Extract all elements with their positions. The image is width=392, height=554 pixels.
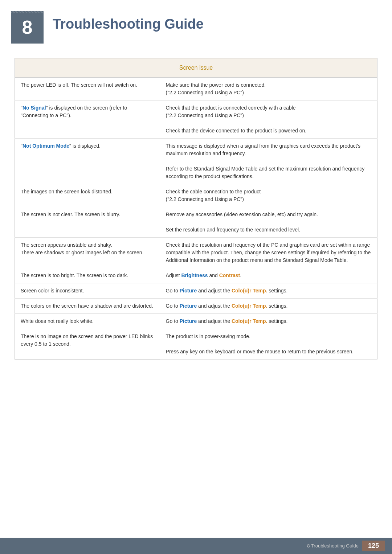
solution-text: Go to Picture and adjust the Colo(u)r Te… (166, 318, 288, 324)
solution-cell: Go to Picture and adjust the Colo(u)r Te… (160, 314, 377, 329)
table-row: "Not Optimum Mode" is displayed. This me… (15, 139, 377, 184)
solution-text: ("2.2 Connecting and Using a PC") (166, 112, 244, 118)
issue-text: Screen color is inconsistent. (21, 288, 84, 294)
issue-text: The power LED is off. The screen will no… (21, 82, 137, 88)
issue-cell: The colors on the screen have a shadow a… (15, 299, 160, 314)
solution-cell: Go to Picture and adjust the Colo(u)r Te… (160, 299, 377, 314)
screen-issue-table: Screen issue The power LED is off. The s… (15, 58, 377, 360)
main-content: Screen issue The power LED is off. The s… (0, 58, 392, 396)
table-row: The screen is not clear. The screen is b… (15, 207, 377, 238)
bold-term: Colo(u)r Temp. (232, 288, 268, 294)
table-row: The power LED is off. The screen will no… (15, 78, 377, 100)
bold-term: No Signal (23, 105, 46, 111)
issue-text: The colors on the screen have a shadow a… (21, 303, 153, 309)
issue-cell: Screen color is inconsistent. (15, 283, 160, 299)
page-title: Troubleshooting Guide (53, 11, 204, 32)
solution-cell: Remove any accessories (video extension … (160, 207, 377, 238)
solution-text: Go to Picture and adjust the Colo(u)r Te… (166, 303, 288, 309)
issue-cell: White does not really look white. (15, 314, 160, 329)
issue-cell: The power LED is off. The screen will no… (15, 78, 160, 100)
table-row: Screen color is inconsistent. Go to Pict… (15, 283, 377, 299)
solution-text: Set the resolution and frequency to the … (166, 227, 300, 233)
solution-text: ("2.2 Connecting and Using a PC") (166, 90, 244, 95)
table-row: "No Signal" is displayed on the screen (… (15, 100, 377, 139)
solution-cell: Check that the product is connected corr… (160, 100, 377, 139)
solution-text: Press any key on the keyboard or move th… (166, 349, 354, 354)
solution-text: Refer to the Standard Signal Mode Table … (166, 166, 365, 179)
issue-cell: The screen is too bright. The screen is … (15, 268, 160, 283)
table-row: There is no image on the screen and the … (15, 329, 377, 360)
table-row: The colors on the screen have a shadow a… (15, 299, 377, 314)
solution-text: Check that the resolution and frequency … (166, 242, 371, 263)
solution-text: Check that the product is connected corr… (166, 105, 296, 111)
solution-text: Make sure that the power cord is connect… (166, 82, 266, 88)
solution-text: Remove any accessories (video extension … (166, 212, 318, 217)
solution-text: Go to Picture and adjust the Colo(u)r Te… (166, 288, 288, 294)
issue-cell: The screen appears unstable and shaky. T… (15, 238, 160, 268)
issue-text: "Not Optimum Mode" is displayed. (21, 143, 101, 149)
solution-cell: Check that the resolution and frequency … (160, 238, 377, 268)
solution-cell: Adjust Brightness and Contrast. (160, 268, 377, 283)
issue-text: The screen is not clear. The screen is b… (21, 212, 120, 217)
table-row: White does not really look white. Go to … (15, 314, 377, 329)
issue-text: "No Signal" is displayed on the screen (… (21, 105, 127, 118)
bold-term: Colo(u)r Temp. (232, 318, 268, 324)
solution-cell: Make sure that the power cord is connect… (160, 78, 377, 100)
page-footer: 8 Troubleshooting Guide 125 (0, 538, 392, 554)
chapter-badge: 8 (11, 11, 44, 44)
bold-term: Picture (180, 303, 197, 309)
bold-term: Picture (180, 318, 197, 324)
page-header: 8 Troubleshooting Guide (0, 0, 392, 51)
table-row: The images on the screen look distorted.… (15, 184, 377, 207)
table-row: The screen appears unstable and shaky. T… (15, 238, 377, 268)
issue-cell: "Not Optimum Mode" is displayed. (15, 139, 160, 184)
issue-text: There are shadows or ghost images left o… (21, 250, 144, 255)
solution-text: Check that the device connected to the p… (166, 128, 307, 134)
issue-cell: The images on the screen look distorted. (15, 184, 160, 207)
solution-cell: This message is displayed when a signal … (160, 139, 377, 184)
chapter-number: 8 (22, 16, 33, 38)
solution-text: Adjust Brightness and Contrast. (166, 272, 242, 278)
table-row: The screen is too bright. The screen is … (15, 268, 377, 283)
issue-text: The screen is too bright. The screen is … (21, 272, 128, 278)
issue-text: There is no image on the screen and the … (21, 333, 153, 347)
solution-text: The product is in power-saving mode. (166, 333, 250, 339)
bold-term: Brightness (181, 272, 208, 278)
issue-text: The screen appears unstable and shaky. (21, 242, 112, 248)
issue-cell: "No Signal" is displayed on the screen (… (15, 100, 160, 139)
page-number: 125 (362, 541, 385, 551)
issue-cell: There is no image on the screen and the … (15, 329, 160, 360)
issue-text: The images on the screen look distorted. (21, 189, 113, 194)
issue-text: White does not really look white. (21, 318, 94, 324)
bold-term: Not Optimum Mode (23, 143, 69, 149)
bold-term: Colo(u)r Temp. (232, 303, 268, 309)
solution-text: ("2.2 Connecting and Using a PC") (166, 196, 244, 202)
bold-term: Picture (180, 288, 197, 294)
solution-cell: Go to Picture and adjust the Colo(u)r Te… (160, 283, 377, 299)
issue-cell: The screen is not clear. The screen is b… (15, 207, 160, 238)
solution-cell: Check the cable connection to the produc… (160, 184, 377, 207)
footer-label: 8 Troubleshooting Guide (307, 543, 359, 549)
solution-cell: The product is in power-saving mode. Pre… (160, 329, 377, 360)
bold-term: Contrast (219, 272, 240, 278)
solution-text: Check the cable connection to the produc… (166, 189, 261, 194)
solution-text: This message is displayed when a signal … (166, 143, 361, 156)
table-section-title: Screen issue (15, 58, 377, 78)
